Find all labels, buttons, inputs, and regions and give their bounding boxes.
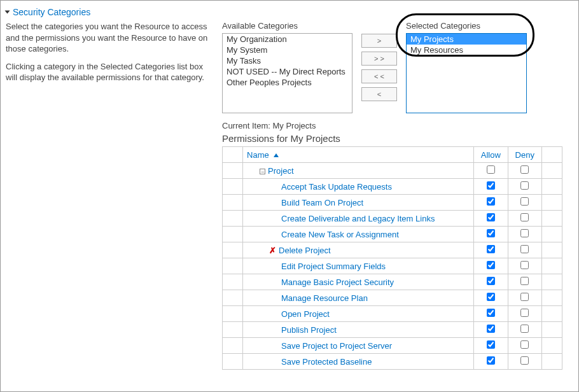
- allow-cell: [474, 227, 508, 242]
- deny-cell: [508, 179, 541, 195]
- column-header-name[interactable]: Name: [243, 147, 474, 163]
- collapse-minus-icon[interactable]: −: [260, 169, 265, 174]
- row-spacer: [223, 242, 243, 258]
- deny-checkbox[interactable]: [520, 325, 529, 333]
- list-item[interactable]: My Organization: [223, 34, 352, 45]
- deny-cell: [508, 338, 541, 354]
- list-item[interactable]: My Resources: [407, 45, 526, 55]
- table-row: Create Deliverable and Legacy Item Links: [223, 211, 562, 227]
- deny-checkbox[interactable]: [520, 245, 529, 253]
- allow-checkbox[interactable]: [487, 261, 495, 269]
- table-row: Publish Project: [223, 322, 562, 338]
- description-panel: Select the categories you want the Resou…: [6, 21, 209, 370]
- column-header-allow[interactable]: Allow: [474, 147, 508, 163]
- row-spacer: [223, 258, 243, 274]
- deny-checkbox[interactable]: [520, 229, 529, 237]
- permission-link[interactable]: Manage Resource Plan: [281, 293, 368, 303]
- allow-cell: [474, 338, 508, 354]
- permission-link[interactable]: Build Team On Project: [281, 198, 363, 207]
- permission-link[interactable]: Save Project to Project Server: [281, 341, 392, 351]
- deny-checkbox[interactable]: [520, 197, 529, 206]
- remove-button[interactable]: <: [361, 87, 397, 101]
- permission-link[interactable]: Open Project: [281, 309, 330, 319]
- table-row: Save Project to Project Server: [223, 338, 562, 354]
- list-item[interactable]: Other Peoples Projects: [223, 77, 352, 88]
- allow-cell: [474, 258, 508, 274]
- list-item[interactable]: My System: [223, 45, 352, 55]
- deny-checkbox[interactable]: [520, 181, 529, 190]
- allow-checkbox[interactable]: [487, 245, 495, 253]
- selected-categories-label: Selected Categories: [406, 21, 527, 31]
- permission-link[interactable]: Save Protected Baseline: [281, 357, 372, 367]
- row-spacer: [223, 163, 243, 179]
- list-item[interactable]: My Tasks: [223, 55, 352, 66]
- permission-name-cell: Open Project: [243, 306, 474, 322]
- allow-checkbox[interactable]: [487, 181, 495, 190]
- table-row: Open Project: [223, 306, 562, 322]
- permission-link[interactable]: Create Deliverable and Legacy Item Links: [281, 214, 435, 223]
- deny-cell: [508, 354, 541, 370]
- allow-checkbox[interactable]: [487, 356, 495, 365]
- row-spacer: [223, 354, 243, 370]
- selected-categories-listbox[interactable]: My ProjectsMy Resources: [406, 33, 527, 113]
- deny-checkbox[interactable]: [520, 356, 529, 365]
- row-spacer: [223, 290, 243, 306]
- row-spacer: [223, 179, 243, 195]
- permission-link[interactable]: Delete Project: [279, 246, 331, 255]
- deny-checkbox[interactable]: [520, 261, 529, 269]
- group-link[interactable]: Project: [268, 166, 293, 176]
- allow-checkbox[interactable]: [487, 293, 495, 301]
- permission-link[interactable]: Edit Project Summary Fields: [281, 262, 386, 271]
- add-button[interactable]: >: [361, 34, 397, 48]
- column-header-deny[interactable]: Deny: [508, 147, 541, 163]
- table-row: Accept Task Update Requests: [223, 179, 562, 195]
- deny-checkbox[interactable]: [520, 165, 529, 174]
- section-header[interactable]: Security Categories: [6, 6, 573, 21]
- row-spacer: [223, 195, 243, 211]
- permission-name-cell: Save Project to Project Server: [243, 338, 474, 354]
- permission-link[interactable]: Manage Basic Project Security: [281, 277, 394, 287]
- list-item[interactable]: My Projects: [407, 34, 526, 45]
- row-spacer-end: [541, 274, 562, 290]
- row-spacer: [223, 227, 243, 242]
- deny-cell: [508, 258, 541, 274]
- deny-checkbox[interactable]: [520, 293, 529, 301]
- permission-name-cell: Manage Basic Project Security: [243, 274, 474, 290]
- permission-link[interactable]: Publish Project: [281, 325, 337, 335]
- deny-checkbox[interactable]: [520, 309, 529, 317]
- allow-checkbox[interactable]: [487, 213, 495, 221]
- table-row: Manage Basic Project Security: [223, 274, 562, 290]
- allow-cell: [474, 211, 508, 227]
- allow-checkbox[interactable]: [487, 340, 495, 349]
- row-spacer-end: [541, 306, 562, 322]
- group-cell[interactable]: −Project: [243, 163, 474, 179]
- list-item[interactable]: NOT USED -- My Direct Reports: [223, 66, 352, 77]
- table-row: Edit Project Summary Fields: [223, 258, 562, 274]
- allow-cell: [474, 322, 508, 338]
- available-categories-listbox[interactable]: My OrganizationMy SystemMy TasksNOT USED…: [222, 33, 352, 113]
- table-row: ✗Delete Project: [223, 242, 562, 258]
- permission-link[interactable]: Create New Task or Assignment: [281, 230, 399, 239]
- deny-checkbox[interactable]: [520, 340, 529, 349]
- add-all-button[interactable]: > >: [361, 52, 397, 66]
- deny-checkbox[interactable]: [520, 277, 529, 285]
- permission-name-cell: ✗Delete Project: [243, 242, 474, 258]
- permission-link[interactable]: Accept Task Update Requests: [281, 182, 392, 192]
- description-text-2: Clicking a category in the Selected Cate…: [6, 61, 209, 83]
- allow-checkbox[interactable]: [487, 229, 495, 237]
- allow-checkbox[interactable]: [487, 197, 495, 206]
- row-spacer-end: [541, 211, 562, 227]
- allow-checkbox[interactable]: [487, 165, 495, 174]
- column-spacer: [223, 147, 243, 163]
- row-spacer: [223, 322, 243, 338]
- permission-name-cell: Create Deliverable and Legacy Item Links: [243, 211, 474, 227]
- allow-checkbox[interactable]: [487, 277, 495, 285]
- row-spacer-end: [541, 242, 562, 258]
- allow-cell: [474, 354, 508, 370]
- allow-checkbox[interactable]: [487, 309, 495, 317]
- available-categories-label: Available Categories: [222, 21, 352, 31]
- remove-all-button[interactable]: < <: [361, 69, 397, 83]
- deny-checkbox[interactable]: [520, 213, 529, 221]
- allow-checkbox[interactable]: [487, 325, 495, 333]
- allow-cell: [474, 290, 508, 306]
